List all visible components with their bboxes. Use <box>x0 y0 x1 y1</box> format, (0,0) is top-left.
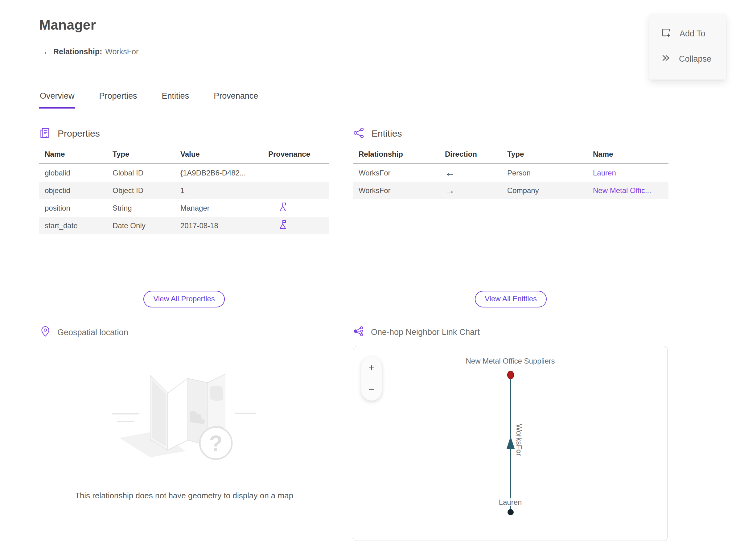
direction-left-arrow: ← <box>439 167 502 179</box>
prop-name: position <box>39 204 107 212</box>
geospatial-section-title: Geospatial location <box>57 328 128 337</box>
provenance-flag-icon[interactable] <box>278 219 288 230</box>
map-pin-icon <box>40 325 51 340</box>
prop-value: {1A9DB2B6-D482... <box>175 169 263 177</box>
bottom-node-label: Lauren <box>353 498 667 507</box>
col-value: Value <box>175 150 263 159</box>
prop-type: Date Only <box>107 221 175 230</box>
table-row: WorksFor → Company New Metal Offic... <box>353 182 668 199</box>
relationship-detail-page: Manager → Relationship: WorksFor Add To … <box>0 0 740 560</box>
table-row: WorksFor ← Person Lauren <box>353 164 668 182</box>
properties-section-header: Properties <box>39 127 100 140</box>
col-name: Name <box>587 150 668 159</box>
properties-icon <box>39 127 51 140</box>
entity-name-link[interactable]: New Metal Offic... <box>593 186 651 195</box>
entity-relationship: WorksFor <box>353 169 439 177</box>
entities-section-title: Entities <box>372 128 402 139</box>
one-hop-link-chart-icon <box>353 325 364 339</box>
zoom-in-button[interactable]: + <box>361 357 382 379</box>
table-row: start_date Date Only 2017-08-18 <box>39 217 329 235</box>
svg-text:?: ? <box>209 431 222 456</box>
geospatial-section-header: Geospatial location <box>40 325 128 340</box>
zoom-control: + − <box>361 357 382 400</box>
prop-name: globalid <box>39 169 107 177</box>
table-row: globalid Global ID {1A9DB2B6-D482... <box>39 164 329 182</box>
col-provenance: Provenance <box>263 150 329 159</box>
tab-properties[interactable]: Properties <box>99 91 138 108</box>
collapse-button[interactable]: Collapse <box>660 53 726 65</box>
prop-value: Manager <box>175 204 263 212</box>
relationship-subtitle: → Relationship: WorksFor <box>39 47 138 56</box>
entities-section-header: Entities <box>353 127 402 140</box>
prop-name: objectid <box>39 186 107 195</box>
link-chart-section-title: One-hop Neighbor Link Chart <box>371 328 480 337</box>
top-node-label: New Metal Office Suppliers <box>353 357 667 365</box>
entity-type: Person <box>502 169 587 177</box>
add-to-label: Add To <box>679 29 706 38</box>
view-all-entities-button[interactable]: View All Entities <box>475 291 547 307</box>
link-chart-section-header: One-hop Neighbor Link Chart <box>353 325 480 339</box>
prop-provenance <box>263 219 329 232</box>
relationship-label: Relationship: <box>53 47 102 56</box>
entities-table-header: Relationship Direction Type Name <box>353 150 668 164</box>
person-node[interactable] <box>507 509 514 515</box>
edge-label: WorksFor <box>514 424 524 456</box>
relationship-arrow-icon: → <box>39 47 49 56</box>
no-geometry-message: This relationship does not have geometry… <box>39 491 329 500</box>
prop-type: Object ID <box>107 186 175 195</box>
entities-table: Relationship Direction Type Name WorksFo… <box>353 150 668 199</box>
table-row: position String Manager <box>39 199 329 217</box>
tab-provenance[interactable]: Provenance <box>213 91 259 108</box>
prop-value: 2017-08-18 <box>175 221 263 230</box>
direction-right-arrow: → <box>439 185 502 196</box>
col-name: Name <box>39 150 107 159</box>
tab-overview[interactable]: Overview <box>39 91 75 108</box>
relationship-value: WorksFor <box>105 47 138 56</box>
entity-name-link[interactable]: Lauren <box>593 169 616 177</box>
tab-entities[interactable]: Entities <box>161 91 190 108</box>
col-type: Type <box>107 150 175 159</box>
provenance-flag-icon[interactable] <box>278 202 288 213</box>
prop-value: 1 <box>175 186 263 195</box>
entities-graph-icon <box>353 127 365 140</box>
col-direction: Direction <box>439 150 502 159</box>
zoom-out-button[interactable]: − <box>361 379 382 401</box>
col-relationship: Relationship <box>353 150 439 159</box>
entity-type: Company <box>502 186 587 195</box>
col-type: Type <box>502 150 587 159</box>
prop-type: Global ID <box>107 169 175 177</box>
company-node[interactable] <box>507 371 514 379</box>
link-chart-canvas <box>353 346 667 541</box>
table-row: objectid Object ID 1 <box>39 182 329 199</box>
entity-relationship: WorksFor <box>353 186 439 195</box>
prop-type: String <box>107 204 175 212</box>
properties-table: Name Type Value Provenance globalid Glob… <box>39 150 329 235</box>
link-chart-panel: New Metal Office Suppliers WorksFor Laur… <box>353 346 667 541</box>
map-placeholder: ? <box>39 365 329 467</box>
tab-bar: Overview Properties Entities Provenance <box>39 91 259 108</box>
edge-arrow <box>506 436 515 449</box>
prop-name: start_date <box>39 221 107 230</box>
folded-map-illustration: ? <box>112 365 257 467</box>
double-chevron-right-icon <box>660 53 671 65</box>
prop-provenance <box>263 202 329 215</box>
actions-panel: Add To Collapse <box>649 14 726 80</box>
properties-table-header: Name Type Value Provenance <box>39 150 329 164</box>
properties-section-title: Properties <box>58 128 100 139</box>
add-to-button[interactable]: Add To <box>660 27 726 40</box>
view-all-properties-button[interactable]: View All Properties <box>144 291 225 307</box>
add-to-square-icon <box>660 27 671 40</box>
page-title: Manager <box>39 17 96 33</box>
collapse-label: Collapse <box>679 54 711 64</box>
